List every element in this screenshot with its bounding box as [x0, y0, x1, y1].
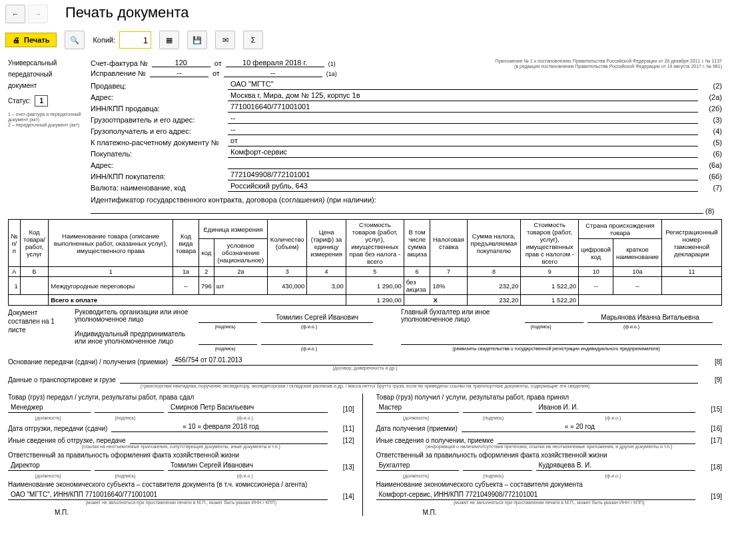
right-econ: Комфорт-сервис, ИНН/КПП 7721049908/77210… [376, 491, 696, 500]
ip-name [261, 336, 373, 345]
transport-label: Данные о транспортировке и грузе [8, 376, 116, 384]
right-resp-name: Кудрявцева В. И. [536, 461, 696, 471]
left-mp: М.П. [8, 509, 354, 516]
info-value: Российский рубль, 643 [228, 182, 698, 192]
ip-rekv [401, 336, 722, 345]
status-label: Статус: [8, 97, 31, 105]
col-decl: Регистрационный номер таможенной деклара… [661, 220, 721, 267]
col-tax: Сумма налога, предъявляемая покупателю [467, 220, 521, 267]
email-button[interactable]: ✉ [215, 31, 235, 49]
goods-passed-title: Товар (груз) передал / услуги, результат… [8, 394, 354, 401]
sum-button[interactable]: Σ [243, 31, 263, 49]
upd-word3: документ [8, 81, 81, 90]
nav-toolbar: ← → Печать документа [0, 0, 730, 28]
upd-word1: Универсальный [8, 59, 81, 67]
info-value: -- [228, 125, 698, 135]
left-econ: ОАО "МГТС", ИНН/КПП 7710016640/771001001 [8, 491, 328, 500]
status-value: 1 [35, 95, 48, 107]
copies-input[interactable] [119, 31, 151, 49]
info-value: от [228, 137, 698, 146]
info-code: (2) [702, 82, 722, 90]
ispr-n: (1a) [326, 71, 337, 77]
recv-date: « » 20 год [462, 423, 695, 432]
ot2: от [212, 69, 220, 77]
info-value: ОАО "МГТС" [228, 80, 698, 90]
gov-value [91, 204, 703, 214]
head-name: Томилин Сергей Иванович [261, 314, 373, 323]
col-country-code: цифровой код [579, 239, 613, 267]
info-value: Комфорт-сервис [228, 148, 698, 158]
back-button[interactable]: ← [5, 5, 25, 23]
col-unit-code: код [198, 239, 214, 267]
sheet-info: Документ составлен на 1 листе [8, 308, 68, 352]
info-code: (4) [702, 127, 722, 135]
col-price: Цена (тариф) за единицу измерения [307, 220, 346, 267]
info-code: (6а) [702, 161, 722, 169]
info-code: (6) [702, 150, 722, 158]
left-sign [95, 404, 164, 413]
right-resp-sign [463, 461, 532, 471]
printer-icon: 🖨 [13, 36, 20, 44]
info-value: Москва г, Мира, дом № 125, корпус 1в [228, 91, 698, 101]
print-button[interactable]: 🖨 Печать [5, 33, 57, 47]
right-name: Иванов И. И. [536, 404, 696, 413]
signatures-block: Документ составлен на 1 листе Руководите… [8, 308, 722, 352]
ispr-no: -- [150, 69, 208, 77]
left-resp-sign [95, 461, 164, 471]
copies-group: Копий: [93, 31, 151, 49]
right-role: Мастер [376, 404, 459, 413]
info-value: -- [228, 114, 698, 124]
schet-label: Счет-фактура № [91, 59, 148, 67]
left-resp-label: Ответственный за правильность оформления… [8, 451, 354, 459]
chief-role: Главный бухгалтер или иное уполномоченно… [401, 308, 521, 323]
head-sign [198, 314, 257, 323]
info-code: (6б) [702, 172, 722, 180]
forward-button[interactable]: → [28, 5, 48, 23]
layout-button[interactable]: ▦ [159, 31, 179, 49]
info-label: Адрес: [91, 93, 224, 101]
basis-value: 456/754 от 07.01.2013 [172, 356, 698, 366]
info-label: Грузоотправитель и его адрес: [91, 116, 224, 124]
head-role: Руководитель организации или иное уполно… [75, 308, 194, 323]
left-role: Менеджер [8, 404, 91, 413]
col-country-name: краткое наименование [613, 239, 661, 267]
document-body: Универсальный передаточный документ Стат… [0, 56, 730, 529]
info-code: (7) [702, 184, 722, 192]
left-resp-role: Директор [8, 461, 91, 471]
right-sign [463, 404, 532, 413]
info-label: К платежно-расчетному документу № [91, 139, 224, 146]
goods-recv-title: Товар (груз) получил / услуги, результат… [376, 394, 723, 401]
col-sum-notax: Стоимость товаров (работ, услуг), имущес… [346, 220, 404, 267]
info-code: (3) [702, 116, 722, 124]
info-label: Адрес: [91, 161, 224, 169]
column-index-row: АБ11а 22а34 5678 91010а11 [9, 267, 722, 277]
table-row: 1Междугородные переговоры--796шт430,0003… [9, 277, 722, 295]
action-toolbar: 🖨 Печать 🔍 Копий: ▦ 💾 ✉ Σ [0, 28, 730, 56]
col-excise: В том числе сумма акциза [404, 220, 430, 267]
ip-sign [198, 336, 257, 345]
tag9: [9] [702, 376, 722, 384]
chief-sign [525, 314, 583, 323]
col-sum-tax: Стоимость товаров (работ, услуг), имущес… [521, 220, 579, 267]
invoice-header: Счет-фактура № 120 от 10 февраля 2018 г.… [91, 59, 722, 215]
print-label: Печать [24, 36, 49, 44]
info-label: ИНН/КПП продавца: [91, 105, 224, 113]
basis-label: Основание передачи (сдачи) / получения (… [8, 358, 168, 366]
col-np: № п/п [9, 220, 21, 267]
gov-label: Идентификатор государственного контракта… [91, 196, 376, 204]
col-name: Наименование товара (описание выполненны… [49, 220, 173, 267]
schet-no: 120 [152, 59, 210, 67]
right-mp: М.П. [376, 509, 723, 516]
ispr-date: -- [224, 69, 322, 77]
col-unit-name: условное обозначение (национальное) [214, 239, 267, 267]
save-button[interactable]: 💾 [187, 31, 207, 49]
right-resp-role: Бухгалтер [376, 461, 459, 471]
preview-button[interactable]: 🔍 [65, 31, 85, 49]
ip-role: Индивидуальный предприниматель или иное … [75, 330, 194, 345]
appendix-line2: (в редакции постановления Правительства … [496, 64, 722, 69]
info-value [228, 159, 698, 169]
col-code: Код товара/ работ, услуг [20, 220, 48, 267]
upd-word2: передаточный [8, 70, 81, 79]
left-name: Смирнов Петр Васильевич [168, 404, 328, 413]
gov-contract-line: Идентификатор государственного контракта… [91, 196, 722, 215]
